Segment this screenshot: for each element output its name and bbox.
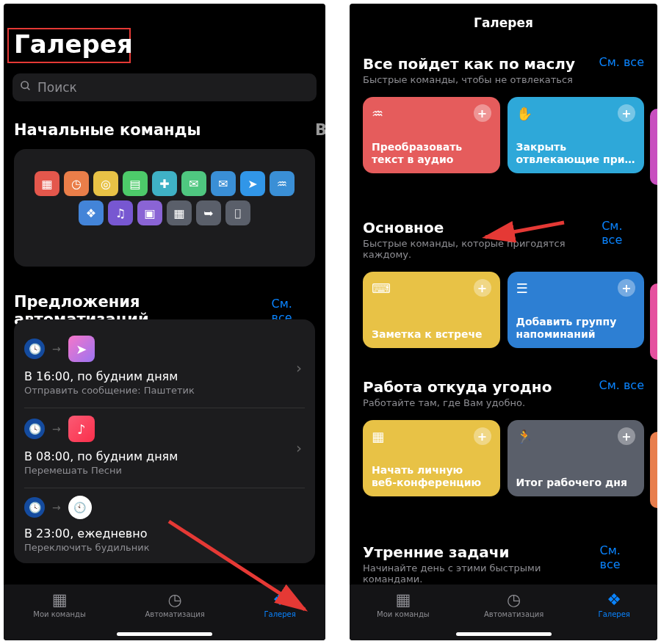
arrow-icon: → (52, 343, 61, 355)
search-input[interactable]: Поиск (12, 73, 317, 101)
shortcut-label: Преобразовать текст в аудио (372, 141, 491, 166)
tab-bar: ▦ Мои команды ◷ Автоматизация ❖ Галерея (350, 585, 657, 640)
shortcut-close-distracting[interactable]: ✋+ Закрыть отвлекающие при… (508, 97, 645, 173)
automation-title: В 08:00, по будним дням (24, 449, 305, 463)
tab-label: Мои команды (33, 610, 86, 618)
automation-item[interactable]: 🕓 → ♪ В 08:00, по будним дням Перемешать… (24, 408, 305, 488)
add-icon[interactable]: + (618, 427, 635, 445)
automation-subtitle: Отправить сообщение: Паштетик (24, 385, 305, 396)
wave-icon: ♒ (270, 171, 295, 196)
tab-my-shortcuts[interactable]: ▦ Мои команды (33, 590, 86, 618)
section-starter-title: Начальные команды (14, 121, 201, 139)
add-icon[interactable]: + (618, 104, 635, 122)
grid-icon: ▦ (52, 590, 68, 609)
shortcut-label: Добавить группу напоминаний (516, 316, 636, 341)
add-icon[interactable]: + (474, 427, 491, 445)
timer-icon: ◷ (64, 171, 89, 196)
add-icon[interactable]: + (474, 279, 491, 297)
clock-icon: 🕓 (24, 339, 45, 359)
shortcut-start-webconf[interactable]: ▦+ Начать личную веб-конференцию (363, 420, 500, 496)
clock-icon: 🕓 (24, 497, 45, 518)
tab-label: Автоматизация (484, 610, 543, 618)
running-icon: 🏃 (516, 429, 532, 444)
shortcut-label: Заметка к встрече (372, 328, 491, 341)
shortcut-add-reminder-group[interactable]: ☰+ Добавить группу напоминаний (508, 272, 645, 348)
audio-wave-icon: ♒ (372, 106, 383, 121)
annotation-arrow (480, 219, 568, 248)
stack-icon: ❖ (79, 200, 104, 225)
see-all-link[interactable]: См. все (599, 55, 644, 69)
section-subtitle: Работайте там, где Вам удобно. (363, 397, 552, 408)
telegram-icon: ➤ (68, 336, 95, 362)
note-icon: ▤ (123, 171, 148, 196)
layers-icon: ❖ (607, 590, 621, 609)
alarm-clock-icon: 🕙 (68, 496, 92, 519)
tab-gallery[interactable]: ❖ Галерея (599, 590, 630, 618)
section-subtitle: Начинайте день с этими быстрыми командам… (363, 562, 600, 585)
page-title: Галерея (14, 29, 133, 59)
shortcut-day-summary[interactable]: 🏃+ Итог рабочего дня (508, 420, 645, 496)
automation-item[interactable]: 🕓 → ➤ В 16:00, по будним дням Отправить … (24, 328, 305, 408)
airdrop-icon: ◎ (93, 171, 118, 196)
add-icon[interactable]: + (618, 279, 635, 297)
next-card-peek[interactable] (650, 432, 657, 508)
tab-label: Галерея (599, 610, 630, 618)
home-indicator[interactable] (117, 632, 212, 636)
send-icon: ➤ (240, 171, 265, 196)
add-icon: ✚ (152, 171, 177, 196)
section-subtitle: Быстрые команды, чтобы не отвлекаться (363, 74, 575, 85)
section-title: Утренние задачи (363, 543, 600, 561)
screenshot-right: Галерея Все пойдет как по маслу Быстрые … (350, 4, 657, 640)
keyboard-icon: ⌨ (372, 281, 391, 296)
grid-icon: ▦ (396, 590, 411, 609)
qr-icon: ▦ (167, 200, 192, 225)
svg-line-2 (169, 521, 305, 609)
nav-title: Галерея (350, 15, 657, 30)
tab-my-shortcuts[interactable]: ▦ Мои команды (377, 590, 430, 618)
shortcut-text-to-audio[interactable]: ♒+ Преобразовать текст в аудио (363, 97, 500, 173)
search-placeholder: Поиск (37, 80, 77, 95)
automation-subtitle: Перемешать Песни (24, 465, 305, 476)
next-card-peek[interactable] (650, 109, 657, 185)
starter-shortcuts-card[interactable]: ▦ ◷ ◎ ▤ ✚ ✉ ✉ ➤ ♒ ❖ ♫ ▣ ▦ ➥ ⌷ (14, 149, 315, 267)
section-title: Работа откуда угодно (363, 378, 552, 396)
search-icon (20, 80, 32, 95)
music-app-icon: ♪ (68, 416, 95, 442)
arrow-icon: → (52, 423, 61, 435)
section-title: Все пойдет как по маслу (363, 55, 575, 73)
photo-icon: ▣ (137, 200, 162, 225)
shortcut-label: Итог рабочего дня (516, 477, 636, 489)
message-icon: ✉ (181, 171, 206, 196)
mail-icon: ✉ (211, 171, 236, 196)
section-morning: Утренние задачи Начинайте день с этими б… (363, 543, 644, 585)
next-section-peek: В (315, 121, 325, 139)
calendar-icon: ▦ (372, 429, 384, 444)
clock-icon: 🕓 (24, 419, 45, 439)
see-all-link[interactable]: См. все (599, 378, 644, 392)
chevron-right-icon: › (296, 439, 302, 457)
svg-point-0 (21, 82, 28, 88)
calendar-icon: ▦ (35, 171, 59, 196)
hand-icon: ✋ (516, 106, 532, 121)
shortcut-meeting-note[interactable]: ⌨+ Заметка к встрече (363, 272, 500, 348)
add-icon[interactable]: + (474, 104, 491, 122)
shortcut-label: Начать личную веб-конференцию (372, 464, 491, 489)
section-work-anywhere: Работа откуда угодно Работайте там, где … (363, 378, 644, 496)
arrow-icon: → (52, 502, 61, 513)
home-indicator[interactable] (456, 632, 552, 636)
shortcut-label: Закрыть отвлекающие при… (516, 141, 636, 166)
annotation-arrow (162, 514, 316, 624)
automation-title: В 16:00, по будним дням (24, 369, 305, 383)
starter-icon-grid: ▦ ◷ ◎ ▤ ✚ ✉ ✉ ➤ ♒ ❖ ♫ ▣ ▦ ➥ ⌷ (27, 171, 302, 225)
music-icon: ♫ (108, 200, 133, 225)
scan-icon: ⌷ (225, 200, 250, 225)
tab-automation[interactable]: ◷ Автоматизация (484, 590, 543, 618)
svg-line-1 (27, 87, 29, 90)
see-all-link[interactable]: См. все (600, 543, 644, 571)
share-icon: ➥ (196, 200, 221, 225)
section-smooth: Все пойдет как по маслу Быстрые команды,… (363, 55, 644, 173)
next-card-peek[interactable] (650, 283, 657, 360)
see-all-link[interactable]: См. все (602, 219, 644, 247)
list-icon: ☰ (516, 281, 528, 296)
clock-icon: ◷ (507, 590, 521, 609)
